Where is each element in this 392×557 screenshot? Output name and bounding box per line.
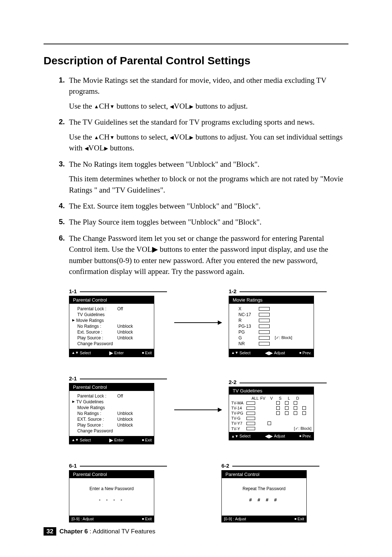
- right-icon: ▶: [189, 134, 193, 141]
- item-number: 3.: [59, 159, 65, 169]
- right-icon: ▶: [189, 103, 193, 110]
- diagram-row-2: 2-1 Parental Control Parental Lock :Off …: [69, 375, 319, 444]
- osd-tv-guidelines: TV Guidelines ALL FV V S L D TV-MA TV-14…: [229, 387, 314, 440]
- item-6: 6. The Change Password item let you set …: [69, 233, 348, 277]
- item-number: 5.: [59, 217, 65, 227]
- right-icon: ▶: [109, 350, 113, 356]
- osd-movie-ratings: Movie Ratings X NC-17 R PG-13 PG G[✓: Bl…: [229, 296, 314, 357]
- diagram-6-2: 6-2 Parental Control Repeat The Password…: [221, 463, 319, 522]
- item-4: 4. The Ext. Source item toggles between …: [69, 201, 348, 211]
- check-icon: ✓: [295, 426, 298, 431]
- right-icon: ▶: [104, 145, 108, 152]
- down-icon: ▼: [110, 134, 115, 141]
- item-hint: Use the ▲CH▼ buttons to select, ◀VOL▶ bu…: [69, 132, 348, 154]
- item-3: 3. The No Ratings item toggles between "…: [69, 159, 348, 195]
- item-number: 6.: [59, 233, 65, 243]
- item-text: The TV Guidelines set the standard for T…: [69, 117, 348, 128]
- item-5: 5. The Play Source item toggles between …: [69, 217, 348, 227]
- password-prompt: Enter a New Password: [73, 486, 150, 491]
- arrow-icon: [174, 322, 221, 323]
- square-icon: ■: [142, 351, 144, 355]
- left-icon: ◀: [170, 134, 174, 141]
- chapter-label: Chapter 6: [60, 528, 88, 535]
- item-number: 4.: [59, 201, 65, 211]
- item-number: 1.: [59, 75, 65, 85]
- diagrams: 1-1 Parental Control Parental Lock :Off …: [44, 288, 319, 522]
- osd-parental-control: Parental Control Parental Lock :Off TV G…: [69, 296, 154, 357]
- box-label: 1-1: [69, 288, 77, 294]
- page-title: Description of Parental Control Settings: [44, 55, 348, 67]
- page-footer: 32 Chapter 6 : Additional TV Features: [44, 528, 155, 535]
- check-icon: ✓: [276, 335, 279, 340]
- osd-parental-control: Parental Control Parental Lock :Off TV G…: [69, 383, 154, 444]
- arrow-icon: [174, 409, 221, 410]
- password-hidden: # # # #: [225, 497, 303, 502]
- item-text: The Change Password item let you set or …: [69, 233, 348, 277]
- box-label: 1-2: [229, 288, 237, 294]
- diagram-1-2: 1-2 Movie Ratings X NC-17 R PG-13 PG G[✓…: [229, 288, 327, 357]
- diagram-2-1: 2-1 Parental Control Parental Lock :Off …: [69, 375, 167, 444]
- section-label: Additional TV Features: [93, 528, 155, 535]
- diagram-row-6: 6-1 Parental Control Enter a New Passwor…: [69, 463, 319, 522]
- item-text: The Play Source item toggles between "Un…: [69, 217, 348, 227]
- left-icon: ◀: [170, 103, 174, 110]
- item-hint: Use the ▲CH▼ buttons to select, ◀VOL▶ bu…: [69, 101, 348, 112]
- rating-slot: [259, 307, 270, 311]
- item-text: The Ext. Source item toggles between "Un…: [69, 201, 348, 211]
- osd-header: Movie Ratings: [229, 296, 314, 304]
- osd-repeat-password: Parental Control Repeat The Password # #…: [221, 470, 307, 522]
- up-icon: ▲: [94, 134, 99, 141]
- password-placeholder: - - - -: [73, 497, 150, 502]
- item-1: 1. The Movie Ratings set the standard fo…: [69, 75, 348, 112]
- item-hint: This item determines whether to block or…: [69, 173, 348, 195]
- square-icon: ■: [299, 351, 301, 355]
- item-text: The Movie Ratings set the standard for m…: [69, 75, 348, 97]
- description-list: 1. The Movie Ratings set the standard fo…: [44, 75, 348, 277]
- updown-icon: ▲▼: [72, 351, 79, 355]
- page-number: 32: [44, 527, 56, 536]
- password-prompt: Repeat The Password: [225, 486, 303, 491]
- top-rule: [44, 44, 348, 44]
- item-2: 2. The TV Guidelines set the standard fo…: [69, 117, 348, 153]
- up-icon: ▲: [94, 103, 99, 110]
- updown-icon: ▲▼: [231, 351, 238, 355]
- osd-enter-password: Parental Control Enter a New Password - …: [69, 470, 154, 522]
- diagram-2-2: 2-2 TV Guidelines ALL FV V S L D TV-MA T…: [229, 379, 327, 440]
- diagram-6-1: 6-1 Parental Control Enter a New Passwor…: [69, 463, 167, 522]
- leftright-icon: ◀▶: [265, 350, 273, 356]
- item-number: 2.: [59, 117, 65, 127]
- left-icon: ◀: [85, 145, 89, 152]
- diagram-1-1: 1-1 Parental Control Parental Lock :Off …: [69, 288, 167, 357]
- diagram-row-1: 1-1 Parental Control Parental Lock :Off …: [69, 288, 319, 357]
- down-icon: ▼: [110, 103, 115, 110]
- osd-header: Parental Control: [69, 296, 154, 304]
- item-text: The No Ratings item toggles between "Unb…: [69, 159, 348, 170]
- label-rule: [80, 291, 167, 292]
